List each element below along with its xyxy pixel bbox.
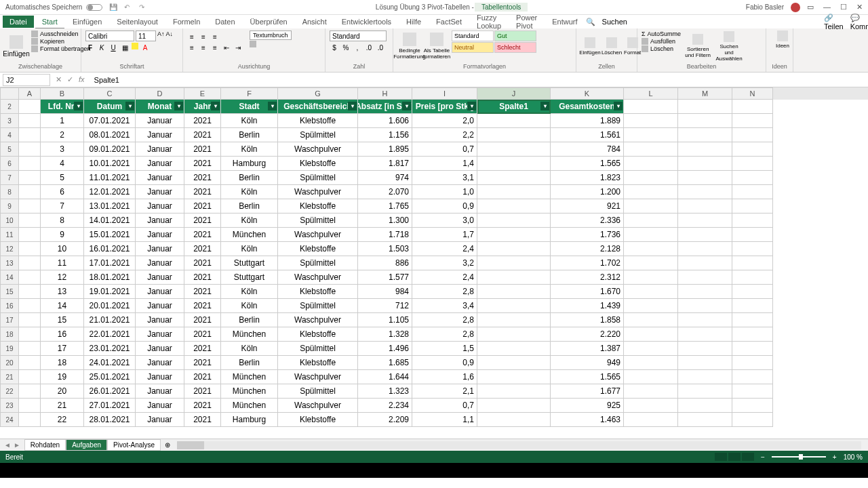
- cell[interactable]: [678, 199, 732, 214]
- cell[interactable]: Waschpulver: [278, 313, 358, 327]
- cell[interactable]: 2021: [184, 199, 221, 214]
- comma-icon[interactable]: ,: [353, 43, 362, 52]
- style-gut[interactable]: Gut: [494, 30, 536, 41]
- col-header-I[interactable]: I: [412, 87, 477, 100]
- cell[interactable]: 1,4: [412, 157, 477, 171]
- name-box[interactable]: J2: [3, 74, 50, 86]
- cell[interactable]: 0,7: [412, 142, 477, 157]
- col-header-L[interactable]: L: [624, 87, 678, 100]
- ribbon-options-icon[interactable]: ▭: [807, 3, 814, 12]
- cell[interactable]: Januar: [136, 157, 184, 171]
- cell[interactable]: Köln: [221, 299, 278, 313]
- cell[interactable]: 974: [358, 171, 412, 185]
- cell[interactable]: [19, 384, 41, 399]
- cell[interactable]: 2021: [184, 370, 221, 384]
- cell[interactable]: 13.01.2021: [84, 199, 136, 214]
- tab-ansicht[interactable]: Ansicht: [296, 16, 334, 28]
- search-icon[interactable]: 🔍: [586, 18, 595, 26]
- cell[interactable]: 2,8: [412, 327, 477, 342]
- avatar[interactable]: [791, 3, 800, 12]
- sheet-tab-rohdaten[interactable]: Rohdaten: [24, 439, 66, 451]
- cell[interactable]: [19, 342, 41, 356]
- row-header[interactable]: 19: [0, 342, 19, 356]
- cell[interactable]: [624, 128, 678, 142]
- cell[interactable]: 2021: [184, 399, 221, 413]
- row-header[interactable]: 17: [0, 313, 19, 327]
- align-center-icon[interactable]: ≡: [199, 43, 208, 52]
- cell[interactable]: Klebstoffe: [278, 114, 358, 128]
- cell[interactable]: [678, 299, 732, 313]
- cell[interactable]: [477, 228, 551, 242]
- cell[interactable]: 1,5: [412, 342, 477, 356]
- cell[interactable]: München: [221, 327, 278, 342]
- row-header[interactable]: 5: [0, 142, 19, 157]
- filter-icon[interactable]: [614, 102, 623, 110]
- cell[interactable]: Januar: [136, 342, 184, 356]
- cell[interactable]: [732, 100, 773, 114]
- cell[interactable]: [624, 214, 678, 228]
- cell[interactable]: [624, 413, 678, 427]
- cell[interactable]: 17.01.2021: [84, 256, 136, 270]
- cell[interactable]: 17: [41, 342, 84, 356]
- filter-icon[interactable]: [348, 102, 357, 110]
- cell[interactable]: [732, 285, 773, 299]
- cell[interactable]: [477, 157, 551, 171]
- cell[interactable]: [19, 199, 41, 214]
- cell[interactable]: [19, 370, 41, 384]
- cell[interactable]: 3,2: [412, 256, 477, 270]
- cell[interactable]: [477, 142, 551, 157]
- cell[interactable]: 0,9: [412, 356, 477, 370]
- filter-icon[interactable]: [268, 102, 277, 110]
- cell[interactable]: 1.577: [358, 270, 412, 285]
- cell[interactable]: 1.677: [551, 384, 624, 399]
- col-header-K[interactable]: K: [551, 87, 624, 100]
- cell[interactable]: 1.889: [551, 114, 624, 128]
- col-header-B[interactable]: B: [41, 87, 84, 100]
- cell[interactable]: [624, 370, 678, 384]
- cell[interactable]: [732, 327, 773, 342]
- cell[interactable]: 2021: [184, 327, 221, 342]
- cell[interactable]: [678, 256, 732, 270]
- cell[interactable]: [732, 185, 773, 199]
- cell[interactable]: [678, 384, 732, 399]
- table-header[interactable]: Stadt: [221, 100, 278, 114]
- ideas-button[interactable]: Ideen: [770, 30, 795, 49]
- cell[interactable]: 12: [41, 270, 84, 285]
- cell[interactable]: München: [221, 228, 278, 242]
- cells-insert-button[interactable]: Einfügen: [580, 30, 599, 62]
- cell[interactable]: 1,1: [412, 413, 477, 427]
- redo-icon[interactable]: ↷: [139, 3, 147, 12]
- cell[interactable]: [477, 242, 551, 256]
- cell[interactable]: Klebstoffe: [278, 242, 358, 256]
- cell[interactable]: 1.670: [551, 285, 624, 299]
- tab-entwurf[interactable]: Entwurf: [545, 16, 584, 28]
- cell[interactable]: [624, 384, 678, 399]
- cell[interactable]: [732, 228, 773, 242]
- cell[interactable]: [732, 114, 773, 128]
- filter-icon[interactable]: [211, 102, 220, 110]
- cell[interactable]: 921: [551, 199, 624, 214]
- cell[interactable]: 1.439: [551, 299, 624, 313]
- cell[interactable]: 2021: [184, 356, 221, 370]
- cell[interactable]: [732, 199, 773, 214]
- col-header-E[interactable]: E: [184, 87, 221, 100]
- cell[interactable]: 10.01.2021: [84, 157, 136, 171]
- cell[interactable]: [678, 185, 732, 199]
- accept-formula-icon[interactable]: ✓: [67, 75, 73, 84]
- align-left-icon[interactable]: ≡: [187, 43, 197, 52]
- align-top-icon[interactable]: ≡: [187, 32, 197, 41]
- minimize-icon[interactable]: —: [823, 3, 831, 12]
- italic-button[interactable]: K: [97, 43, 106, 52]
- cell[interactable]: 4: [41, 157, 84, 171]
- cell[interactable]: Januar: [136, 142, 184, 157]
- row-header[interactable]: 15: [0, 285, 19, 299]
- cell[interactable]: 1,0: [412, 185, 477, 199]
- tabletools-tab[interactable]: Tabellentools: [475, 3, 528, 12]
- cell[interactable]: Waschpulver: [278, 399, 358, 413]
- cell[interactable]: Waschpulver: [278, 228, 358, 242]
- cell[interactable]: [19, 299, 41, 313]
- cell[interactable]: Januar: [136, 185, 184, 199]
- table-header[interactable]: Gesamtkosten: [551, 100, 624, 114]
- cell[interactable]: [624, 327, 678, 342]
- cell[interactable]: 2021: [184, 413, 221, 427]
